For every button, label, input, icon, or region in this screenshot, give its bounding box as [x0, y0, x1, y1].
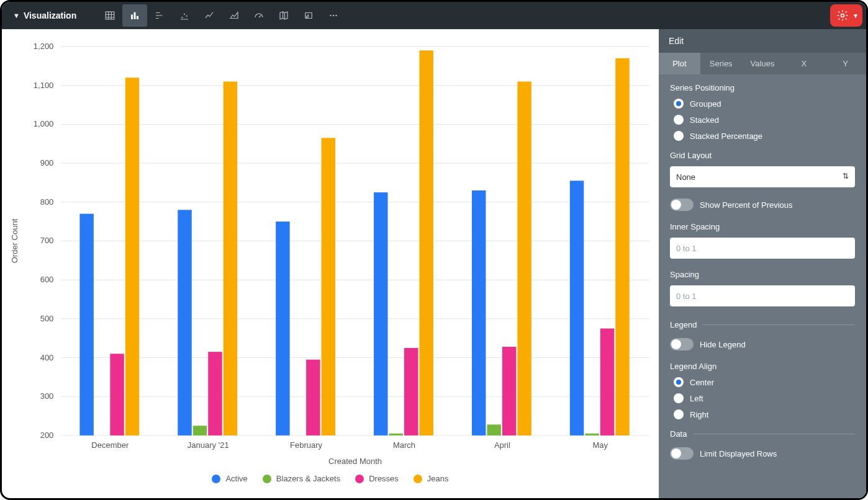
bar-chart: 2003004005006007008009001,0001,1001,200O…: [2, 34, 659, 469]
svg-text:400: 400: [40, 353, 54, 362]
svg-point-4: [181, 17, 183, 18]
svg-text:February: February: [290, 440, 323, 450]
bar[interactable]: [517, 81, 531, 435]
svg-text:700: 700: [40, 236, 54, 245]
bar[interactable]: [110, 354, 124, 435]
bar[interactable]: [502, 347, 516, 435]
bar[interactable]: [193, 426, 207, 435]
legend-item[interactable]: Active: [212, 474, 247, 483]
bar[interactable]: [208, 352, 222, 435]
map-icon[interactable]: [271, 4, 296, 27]
bar[interactable]: [472, 190, 486, 435]
svg-text:Order Count: Order Count: [10, 218, 19, 263]
legend-item[interactable]: Dresses: [355, 474, 399, 483]
svg-text:500: 500: [40, 314, 54, 323]
tab-plot[interactable]: Plot: [659, 53, 700, 74]
caret-down-icon: ▼: [13, 12, 20, 19]
legend-dot-icon: [212, 475, 220, 483]
bar[interactable]: [600, 329, 614, 435]
series-positioning-title: Series Positioning: [670, 83, 855, 92]
edit-panel: Edit PlotSeriesValuesXY Series Positioni…: [659, 29, 866, 498]
legend-dot-icon: [355, 475, 364, 483]
show-percent-label: Show Percent of Previous: [700, 200, 793, 210]
table-icon[interactable]: [97, 4, 122, 27]
radio-center[interactable]: Center: [674, 377, 855, 387]
bar[interactable]: [389, 434, 403, 435]
page-title: Visualization: [24, 11, 76, 20]
bar[interactable]: [125, 78, 139, 435]
visualization-header[interactable]: ▼ Visualization: [7, 11, 83, 20]
bar-chart-icon[interactable]: [122, 4, 147, 27]
svg-text:December: December: [91, 440, 129, 450]
tab-series[interactable]: Series: [700, 53, 742, 74]
chart-legend: ActiveBlazers & JacketsDressesJeans: [2, 469, 659, 492]
radio-grouped[interactable]: Grouped: [674, 99, 855, 109]
svg-point-6: [186, 16, 188, 17]
legend-align-radios: CenterLeftRight: [670, 377, 855, 419]
svg-text:April: April: [494, 440, 510, 450]
inner-spacing-input[interactable]: [670, 238, 855, 259]
chart-area: 2003004005006007008009001,0001,1001,200O…: [2, 29, 659, 498]
svg-text:May: May: [593, 440, 608, 450]
radio-left[interactable]: Left: [674, 393, 855, 403]
more-icon[interactable]: [321, 4, 346, 27]
bar[interactable]: [404, 348, 418, 435]
bar[interactable]: [224, 81, 237, 435]
svg-point-11: [841, 14, 844, 17]
tab-values[interactable]: Values: [742, 53, 784, 74]
svg-point-9: [333, 15, 334, 16]
bar[interactable]: [276, 221, 289, 435]
svg-text:March: March: [393, 440, 415, 450]
svg-rect-2: [134, 12, 136, 19]
bar[interactable]: [615, 58, 629, 435]
grid-layout-select[interactable]: None: [670, 166, 855, 187]
spacing-title: Spacing: [670, 270, 855, 279]
radio-stacked-percentage[interactable]: Stacked Percentage: [674, 131, 855, 141]
svg-point-5: [184, 14, 185, 15]
gear-icon[interactable]: [834, 7, 851, 24]
legend-dot-icon: [414, 475, 422, 483]
tab-y[interactable]: Y: [825, 53, 866, 74]
radio-stacked[interactable]: Stacked: [674, 115, 855, 125]
bar[interactable]: [322, 138, 335, 435]
bar[interactable]: [178, 210, 191, 435]
edit-tabs: PlotSeriesValuesXY: [659, 53, 866, 74]
svg-rect-3: [137, 16, 138, 19]
svg-text:200: 200: [40, 431, 54, 440]
scatter-icon[interactable]: [172, 4, 197, 27]
tab-x[interactable]: X: [783, 53, 825, 74]
svg-rect-1: [131, 15, 133, 20]
legend-item[interactable]: Blazers & Jackets: [263, 474, 340, 483]
bar[interactable]: [374, 192, 387, 435]
bar[interactable]: [79, 214, 93, 435]
caret-down-icon: ▼: [852, 12, 859, 19]
bar[interactable]: [570, 181, 584, 435]
horizontal-bar-icon[interactable]: [147, 4, 172, 27]
hide-legend-label: Hide Legend: [700, 340, 746, 349]
bar[interactable]: [585, 434, 599, 435]
svg-text:600: 600: [40, 275, 54, 284]
legend-section-title: Legend: [670, 320, 697, 329]
spacing-input[interactable]: [670, 285, 855, 306]
show-percent-toggle[interactable]: [670, 199, 694, 211]
svg-rect-0: [106, 12, 114, 19]
bar[interactable]: [487, 424, 500, 435]
series-positioning-radios: GroupedStackedStacked Percentage: [670, 99, 855, 141]
legend-dot-icon: [263, 475, 271, 483]
bar[interactable]: [419, 50, 433, 435]
line-chart-icon[interactable]: [197, 4, 222, 27]
limit-rows-label: Limit Displayed Rows: [700, 449, 777, 458]
svg-text:1,100: 1,100: [34, 81, 54, 90]
settings-highlight: ▼: [830, 4, 862, 27]
single-value-icon[interactable]: [296, 4, 321, 27]
svg-text:Created Month: Created Month: [328, 457, 382, 466]
svg-text:1,000: 1,000: [34, 119, 54, 128]
area-chart-icon[interactable]: [222, 4, 246, 27]
hide-legend-toggle[interactable]: [670, 338, 694, 350]
limit-rows-toggle[interactable]: [670, 447, 694, 460]
gauge-icon[interactable]: [246, 4, 271, 27]
grid-layout-title: Grid Layout: [670, 151, 855, 160]
legend-item[interactable]: Jeans: [414, 474, 449, 483]
bar[interactable]: [306, 360, 320, 435]
radio-right[interactable]: Right: [674, 409, 855, 419]
